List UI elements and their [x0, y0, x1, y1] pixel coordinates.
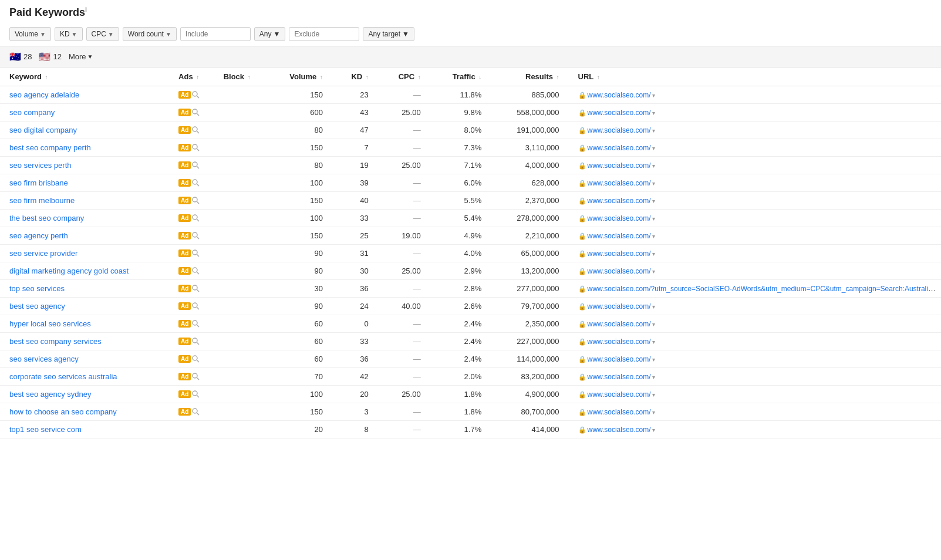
- target-arrow-icon: ▼: [402, 30, 409, 38]
- url-dropdown-icon[interactable]: ▾: [652, 427, 655, 433]
- keyword-cell: top seo services: [0, 280, 169, 298]
- keyword-link[interactable]: best seo agency: [9, 302, 65, 311]
- keyword-link[interactable]: top seo services: [9, 284, 65, 293]
- url-dropdown-icon[interactable]: ▾: [652, 110, 655, 116]
- url-link[interactable]: www.socialseo.com/: [588, 338, 651, 346]
- target-select[interactable]: Any target ▼: [363, 27, 414, 41]
- url-link[interactable]: www.socialseo.com/: [588, 126, 651, 134]
- lock-icon: 🔒: [578, 338, 586, 345]
- url-link[interactable]: www.socialseo.com/: [588, 91, 651, 99]
- col-keyword[interactable]: Keyword ↑: [0, 68, 169, 86]
- flag-us[interactable]: 🇺🇸 12: [39, 51, 61, 62]
- traffic-cell: 1.7%: [430, 421, 491, 438]
- url-dropdown-icon[interactable]: ▾: [652, 268, 655, 275]
- url-link[interactable]: www.socialseo.com/: [588, 249, 651, 258]
- url-dropdown-icon[interactable]: ▾: [652, 180, 655, 187]
- url-dropdown-icon[interactable]: ▾: [652, 303, 655, 310]
- flag-au[interactable]: 🇦🇺 28: [9, 51, 32, 62]
- table-header-row: Keyword ↑ Ads ↑ Block ↑ Volume ↑ KD ↑ CP…: [0, 68, 941, 86]
- url-dropdown-icon[interactable]: ▾: [652, 92, 655, 99]
- url-dropdown-icon[interactable]: ▾: [652, 356, 655, 363]
- col-url[interactable]: URL ↑: [569, 68, 941, 86]
- include-any-select[interactable]: Any ▼: [254, 27, 286, 41]
- url-link[interactable]: www.socialseo.com/: [588, 408, 651, 416]
- keyword-link[interactable]: seo company: [9, 108, 55, 117]
- keywords-table-container: Keyword ↑ Ads ↑ Block ↑ Volume ↑ KD ↑ CP…: [0, 68, 941, 438]
- url-dropdown-icon[interactable]: ▾: [652, 392, 655, 398]
- col-block[interactable]: Block ↑: [214, 68, 267, 86]
- lock-icon: 🔒: [578, 285, 586, 292]
- wordcount-filter[interactable]: Word count ▼: [123, 27, 177, 41]
- url-link[interactable]: www.socialseo.com/: [588, 267, 651, 275]
- keyword-link[interactable]: seo service provider: [9, 249, 77, 258]
- keyword-link[interactable]: top1 seo service com: [9, 425, 82, 434]
- keyword-link[interactable]: how to choose an seo company: [9, 407, 117, 416]
- url-link[interactable]: www.socialseo.com/: [588, 302, 651, 311]
- url-link[interactable]: www.socialseo.com/: [588, 197, 651, 205]
- keyword-link[interactable]: seo services perth: [9, 161, 72, 170]
- url-link[interactable]: www.socialseo.com/: [588, 390, 651, 399]
- keyword-link[interactable]: seo firm melbourne: [9, 196, 75, 205]
- keyword-link[interactable]: best seo company services: [9, 337, 102, 346]
- url-link[interactable]: www.socialseo.com/: [588, 161, 651, 170]
- col-traffic[interactable]: Traffic ↓: [430, 68, 491, 86]
- lock-icon: 🔒: [578, 197, 586, 204]
- col-volume[interactable]: Volume ↑: [266, 68, 332, 86]
- kd-filter[interactable]: KD ▼: [55, 27, 83, 41]
- url-link[interactable]: www.socialseo.com/?utm_source=SocialSEO-…: [588, 284, 941, 293]
- url-link[interactable]: www.socialseo.com/: [588, 355, 651, 363]
- url-link[interactable]: www.socialseo.com/: [588, 373, 651, 381]
- url-link[interactable]: www.socialseo.com/: [588, 214, 651, 222]
- keyword-link[interactable]: seo firm brisbane: [9, 178, 68, 187]
- url-link[interactable]: www.socialseo.com/: [588, 426, 651, 434]
- keyword-link[interactable]: the best seo company: [9, 214, 84, 222]
- kd-cell: 33: [332, 333, 378, 350]
- table-row: top seo servicesAd3036—2.8%277,000,000🔒w…: [0, 280, 941, 298]
- url-dropdown-icon[interactable]: ▾: [652, 163, 655, 169]
- kd-cell: 23: [332, 86, 378, 104]
- ad-badge: Ad: [178, 126, 191, 134]
- col-kd[interactable]: KD ↑: [332, 68, 378, 86]
- more-button[interactable]: More ▼: [69, 52, 93, 61]
- url-dropdown-icon[interactable]: ▾: [652, 374, 655, 380]
- exclude-input[interactable]: [289, 27, 359, 41]
- keyword-link[interactable]: seo digital company: [9, 126, 77, 134]
- url-dropdown-icon[interactable]: ▾: [652, 198, 655, 204]
- url-dropdown-icon[interactable]: ▾: [652, 233, 655, 239]
- keyword-link[interactable]: best seo company perth: [9, 143, 91, 152]
- url-link[interactable]: www.socialseo.com/: [588, 320, 651, 328]
- volume-filter[interactable]: Volume ▼: [9, 27, 51, 41]
- url-link[interactable]: www.socialseo.com/: [588, 179, 651, 187]
- col-ads[interactable]: Ads ↑: [169, 68, 214, 86]
- url-dropdown-icon[interactable]: ▾: [652, 251, 655, 257]
- cpc-cell: —: [378, 315, 430, 333]
- keyword-link[interactable]: corporate seo services australia: [9, 372, 117, 381]
- table-row: seo agency perthAd1502519.004.9%2,210,00…: [0, 227, 941, 245]
- url-link[interactable]: www.socialseo.com/: [588, 109, 651, 117]
- traffic-cell: 2.4%: [430, 315, 491, 333]
- cpc-filter[interactable]: CPC ▼: [86, 27, 119, 41]
- svg-line-15: [197, 220, 200, 222]
- keyword-link[interactable]: seo agency perth: [9, 231, 68, 240]
- ad-badge: Ad: [178, 232, 191, 239]
- url-dropdown-icon[interactable]: ▾: [652, 127, 655, 134]
- url-dropdown-icon[interactable]: ▾: [652, 215, 655, 222]
- url-link[interactable]: www.socialseo.com/: [588, 232, 651, 240]
- keyword-link[interactable]: best seo agency sydney: [9, 390, 91, 399]
- col-cpc[interactable]: CPC ↑: [378, 68, 430, 86]
- url-link[interactable]: www.socialseo.com/: [588, 144, 651, 152]
- include-input[interactable]: [180, 27, 251, 41]
- keyword-cell: how to choose an seo company: [0, 403, 169, 421]
- keyword-link[interactable]: digital marketing agency gold coast: [9, 266, 129, 275]
- search-icon: [192, 197, 200, 204]
- url-dropdown-icon[interactable]: ▾: [652, 321, 655, 328]
- volume-cell: 150: [266, 403, 332, 421]
- keyword-link[interactable]: seo agency adelaide: [9, 90, 79, 99]
- url-dropdown-icon[interactable]: ▾: [652, 409, 655, 416]
- keyword-link[interactable]: seo services agency: [9, 355, 79, 363]
- col-results[interactable]: Results ↑: [491, 68, 568, 86]
- url-dropdown-icon[interactable]: ▾: [652, 339, 655, 345]
- keyword-link[interactable]: hyper local seo services: [9, 319, 91, 328]
- url-dropdown-icon[interactable]: ▾: [652, 145, 655, 151]
- svg-line-33: [197, 378, 200, 380]
